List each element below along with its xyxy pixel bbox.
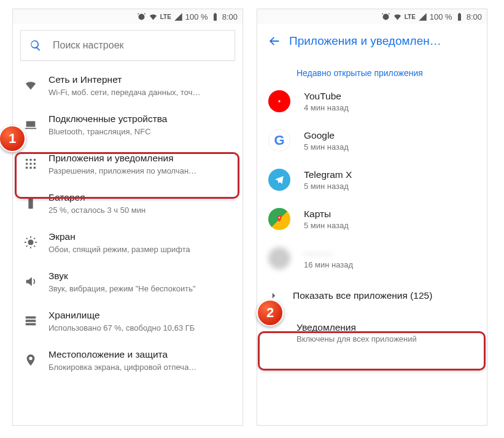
app-name: YouTube (304, 91, 476, 102)
app-row-youtube[interactable]: YouTube4 мин назад (257, 82, 487, 121)
setting-title: Сеть и Интернет (48, 74, 231, 86)
signal-icon (418, 12, 427, 21)
setting-subtitle: Разрешения, приложения по умолчан… (48, 166, 231, 175)
app-name: Карты (304, 209, 476, 220)
alarm-icon (381, 12, 390, 21)
battery-pct: 100 % (185, 12, 208, 21)
phone-apps-notifications: LTE 100 % 8:00 Приложения и уведомлен… Н… (257, 9, 487, 426)
svg-rect-10 (26, 317, 36, 319)
google-icon: G (268, 129, 290, 152)
app-row-hidden[interactable]: ———16 мин назад (257, 239, 487, 278)
app-time: 5 мин назад (304, 182, 476, 191)
setting-title: Местоположение и защита (48, 348, 231, 361)
devices-icon (24, 118, 48, 131)
setting-title: Звук (48, 270, 231, 283)
alarm-icon (137, 12, 146, 21)
battery-icon (455, 12, 464, 21)
storage-icon (24, 314, 48, 328)
page-title: Приложения и уведомлен… (289, 34, 484, 48)
app-row-google[interactable]: G Google5 мин назад (257, 121, 487, 160)
setting-title: Приложения и уведомления (48, 152, 231, 165)
svg-point-2 (34, 159, 36, 161)
app-row-telegram[interactable]: Telegram X5 мин назад (257, 160, 487, 199)
setting-battery[interactable]: Батарея25 %, осталось 3 ч 50 мин (13, 183, 242, 223)
apps-header: Приложения и уведомлен… (257, 24, 487, 58)
clock-time: 8:00 (467, 12, 482, 21)
setting-subtitle: Обои, спящий режим, размер шрифта (48, 245, 231, 254)
search-placeholder: Поиск настроек (53, 40, 124, 51)
phone-settings-main: LTE 100 % 8:00 Поиск настроек Сеть и Инт… (12, 9, 243, 426)
app-name: Telegram X (304, 169, 476, 180)
step-badge-2: 2 (257, 299, 284, 326)
svg-point-13 (279, 217, 280, 218)
wifi-icon (149, 12, 158, 21)
setting-subtitle: Использовано 67 %, свободно 10,63 ГБ (48, 323, 231, 332)
fade (257, 408, 487, 425)
setting-title: Подключенные устройства (48, 113, 231, 126)
setting-title: Экран (48, 231, 231, 244)
show-all-apps[interactable]: Показать все приложения (125) (257, 278, 487, 313)
settings-list: Сеть и ИнтернетWi-Fi, моб. сети, передач… (13, 63, 242, 380)
maps-icon (268, 208, 290, 230)
arrow-back-icon (268, 34, 281, 48)
svg-point-4 (29, 163, 32, 165)
setting-connected-devices[interactable]: Подключенные устройстваBluetooth, трансл… (13, 105, 242, 144)
status-bar: LTE 100 % 8:00 (13, 9, 242, 24)
network-label: LTE (405, 13, 416, 20)
status-bar: LTE 100 % 8:00 (257, 9, 487, 24)
signal-icon (174, 12, 183, 21)
clock-time: 8:00 (222, 12, 238, 21)
setting-title: Хранилище (48, 309, 231, 322)
network-label: LTE (160, 13, 171, 20)
svg-point-1 (29, 159, 32, 161)
setting-sound[interactable]: ЗвукЗвук, вибрация, режим "Не беспокоить… (13, 262, 242, 301)
setting-subtitle: 25 %, осталось 3 ч 50 мин (48, 206, 231, 215)
setting-subtitle: Wi-Fi, моб. сети, передача данных, точ… (48, 88, 231, 97)
app-row-maps[interactable]: Карты5 мин назад (257, 199, 487, 239)
youtube-icon (268, 90, 290, 112)
svg-point-6 (26, 167, 28, 169)
app-time: 5 мин назад (304, 221, 476, 230)
app-time: 5 мин назад (304, 142, 476, 152)
back-button[interactable] (260, 26, 289, 56)
svg-point-9 (28, 239, 33, 245)
battery-icon (24, 196, 48, 210)
show-all-label: Показать все приложения (125) (293, 290, 432, 301)
app-icon-blurred (268, 247, 290, 269)
notifications-subtitle: Включены для всех приложений (297, 334, 476, 344)
fade (13, 408, 242, 425)
step-badge-1: 1 (0, 125, 26, 152)
svg-point-0 (26, 159, 28, 161)
app-name: Google (304, 130, 476, 141)
apps-icon (24, 157, 48, 171)
battery-icon (211, 12, 220, 21)
svg-point-7 (29, 167, 32, 169)
svg-rect-12 (26, 323, 36, 326)
location-icon (24, 353, 48, 367)
svg-rect-11 (26, 320, 36, 322)
setting-security[interactable]: Местоположение и защитаБлокировка экрана… (13, 340, 242, 380)
setting-subtitle: Bluetooth, трансляция, NFC (48, 127, 231, 136)
sound-icon (24, 275, 48, 288)
svg-point-5 (34, 163, 36, 165)
svg-point-8 (34, 167, 36, 169)
app-time: 16 мин назад (304, 260, 476, 269)
telegram-icon (268, 169, 290, 191)
search-settings[interactable]: Поиск настроек (20, 30, 235, 61)
setting-apps-notifications[interactable]: Приложения и уведомленияРазрешения, прил… (13, 144, 242, 183)
setting-network[interactable]: Сеть и ИнтернетWi-Fi, моб. сети, передач… (13, 66, 242, 105)
app-time: 4 мин назад (304, 103, 476, 112)
brightness-icon (24, 236, 48, 249)
battery-pct: 100 % (430, 12, 452, 21)
svg-point-3 (26, 163, 28, 165)
setting-subtitle: Блокировка экрана, цифровой отпеча… (48, 363, 231, 372)
setting-subtitle: Звук, вибрация, режим "Не беспокоить" (48, 284, 231, 293)
wifi-icon (393, 12, 402, 21)
notifications-title: Уведомления (297, 322, 476, 333)
wifi-icon (24, 79, 48, 92)
recent-apps-label: Недавно открытые приложения (257, 58, 487, 82)
setting-display[interactable]: ЭкранОбои, спящий режим, размер шрифта (13, 223, 242, 262)
setting-title: Батарея (48, 191, 231, 204)
notifications-row[interactable]: Уведомления Включены для всех приложений (257, 313, 487, 352)
setting-storage[interactable]: ХранилищеИспользовано 67 %, свободно 10,… (13, 301, 242, 340)
